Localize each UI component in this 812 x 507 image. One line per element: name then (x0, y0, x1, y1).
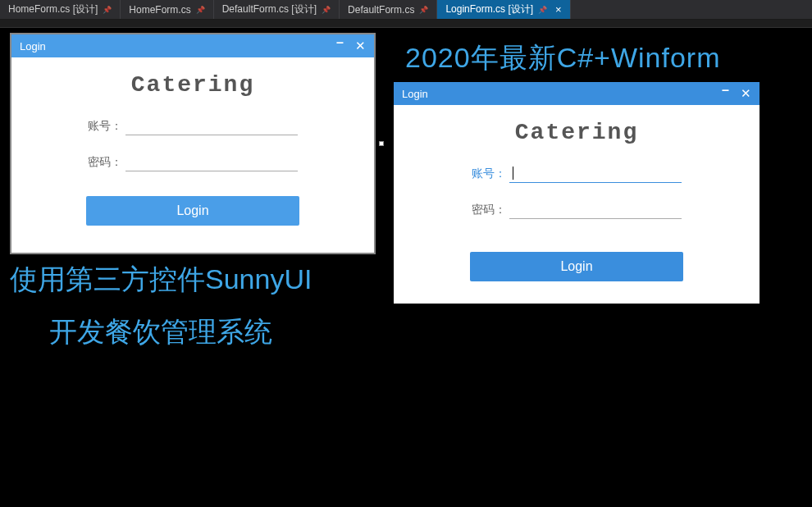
minimize-icon[interactable]: – (336, 39, 344, 53)
pin-icon: 📌 (103, 6, 112, 14)
login-window-runtime: Login – ✕ Catering 账号： 密码： Login (394, 82, 760, 304)
password-row: 密码： (44, 153, 341, 171)
login-body: Catering 账号： 密码： Login (394, 105, 760, 304)
banner-line-2: 开发餐饮管理系统 (49, 313, 272, 351)
tab-label: HomeForm.cs [设计] (8, 2, 98, 16)
pin-icon: 📌 (419, 6, 428, 14)
pin-icon: 📌 (196, 6, 205, 14)
pin-icon: 📌 (322, 6, 331, 14)
password-label: 密码： (88, 155, 122, 170)
username-label: 账号： (88, 119, 122, 134)
titlebar-controls: – ✕ (722, 86, 751, 101)
tab-label: LoginForm.cs [设计] (445, 2, 533, 16)
close-tab-icon[interactable]: × (555, 3, 562, 16)
window-title: Login (402, 88, 722, 100)
tab-defaultform-code[interactable]: DefaultForm.cs 📌 (340, 0, 437, 19)
tab-label: DefaultForm.cs (348, 4, 414, 16)
editor-tab-bar: HomeForm.cs [设计] 📌 HomeForm.cs 📌 Default… (0, 0, 812, 20)
tab-homeform-code[interactable]: HomeForm.cs 📌 (121, 0, 213, 19)
username-row: 账号： (427, 165, 727, 183)
username-input[interactable] (125, 117, 298, 135)
tab-homeform-design[interactable]: HomeForm.cs [设计] 📌 (0, 0, 121, 19)
banner-title-right: 2020年最新C#+Winform (405, 39, 721, 77)
tab-label: HomeForm.cs (129, 4, 190, 16)
login-button[interactable]: Login (470, 252, 683, 281)
pin-icon: 📌 (538, 6, 547, 14)
login-window-designer: Login – ✕ Catering 账号： 密码： Login (10, 33, 376, 254)
banner-line-1: 使用第三方控件SunnyUI (10, 261, 312, 299)
titlebar-controls: – ✕ (336, 39, 366, 53)
tab-label: DefaultForm.cs [设计] (222, 2, 317, 16)
close-icon[interactable]: ✕ (741, 86, 751, 101)
tab-loginform-design[interactable]: LoginForm.cs [设计] 📌 × (437, 0, 570, 19)
username-input[interactable] (509, 165, 682, 183)
password-input[interactable] (125, 153, 298, 171)
titlebar[interactable]: Login – ✕ (11, 34, 374, 57)
username-label: 账号： (472, 167, 506, 181)
password-row: 密码： (427, 201, 727, 219)
tab-defaultform-design[interactable]: DefaultForm.cs [设计] 📌 (214, 0, 340, 19)
minimize-icon[interactable]: – (722, 86, 729, 101)
titlebar[interactable]: Login – ✕ (394, 82, 760, 105)
password-input[interactable] (509, 201, 682, 219)
window-title: Login (20, 40, 336, 53)
resize-handle-icon[interactable] (379, 141, 384, 146)
toolstrip (0, 20, 812, 28)
app-title: Catering (427, 120, 727, 145)
close-icon[interactable]: ✕ (355, 39, 366, 53)
password-label: 密码： (472, 203, 506, 217)
app-title: Catering (44, 72, 341, 98)
login-body: Catering 账号： 密码： Login (11, 57, 374, 253)
username-row: 账号： (44, 117, 341, 135)
login-button[interactable]: Login (86, 196, 299, 226)
